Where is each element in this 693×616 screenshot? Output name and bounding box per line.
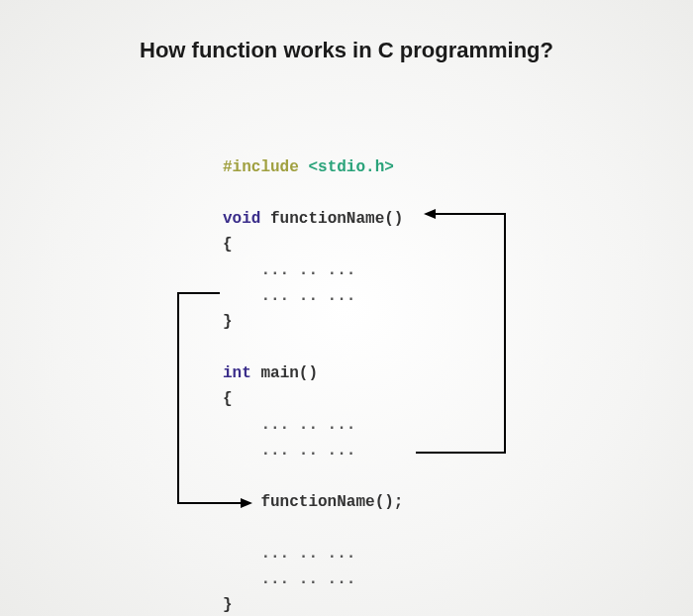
keyword-int: int <box>223 364 251 382</box>
code-line-func-decl: void functionName() <box>223 210 403 228</box>
brace-open-2: { <box>223 390 233 408</box>
code-line-include: #include <stdio.h> <box>223 158 394 176</box>
func-body-line-1: ... .. ... <box>223 261 355 279</box>
parens-token-2: () <box>299 364 318 382</box>
arrow-call-to-definition <box>416 214 505 453</box>
keyword-void: void <box>223 210 260 228</box>
func-body-line-2: ... .. ... <box>223 287 355 305</box>
main-body-call: functionName(); <box>223 493 403 511</box>
main-body-line-3: ... .. ... <box>223 545 355 563</box>
code-line-main-decl: int main() <box>223 364 318 382</box>
code-block: #include <stdio.h> void functionName() {… <box>223 129 403 616</box>
brace-close-2: } <box>223 596 233 614</box>
brace-close-1: } <box>223 313 233 331</box>
main-body-line-1: ... .. ... <box>223 416 355 434</box>
main-name-token: main <box>260 364 298 382</box>
function-name-token: functionName <box>270 210 384 228</box>
main-body-line-4: ... .. ... <box>223 570 355 588</box>
preprocessor-token: #include <box>223 158 299 176</box>
parens-token: () <box>384 210 403 228</box>
diagram-title: How function works in C programming? <box>0 38 693 63</box>
brace-open-1: { <box>223 236 233 254</box>
include-header-token: <stdio.h> <box>308 158 393 176</box>
main-body-line-2: ... .. ... <box>223 442 355 460</box>
